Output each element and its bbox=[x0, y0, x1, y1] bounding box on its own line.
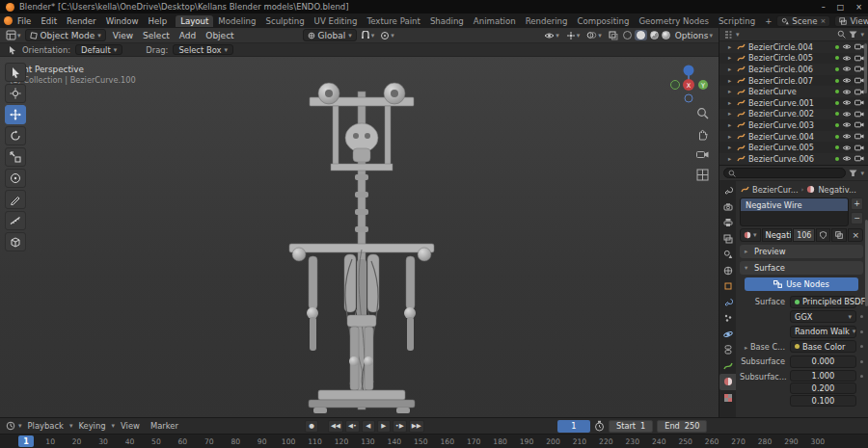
fake-user-shield-button[interactable] bbox=[816, 228, 830, 242]
distribution-dropdown[interactable]: GGX ▾ bbox=[790, 310, 856, 323]
add-workspace-button[interactable]: + bbox=[760, 15, 776, 27]
tool-cursor[interactable] bbox=[5, 84, 26, 103]
animate-dot[interactable] bbox=[860, 301, 863, 303]
tab-tool[interactable] bbox=[719, 183, 736, 199]
material-slot-active[interactable]: Negative Wire bbox=[741, 198, 848, 211]
timeline-editor-icon[interactable] bbox=[6, 421, 15, 431]
tab-output[interactable] bbox=[719, 215, 736, 231]
material-name-field[interactable]: Negati... bbox=[762, 228, 793, 242]
new-material-copy-button[interactable] bbox=[831, 228, 847, 242]
disclosure-icon[interactable]: ▸ bbox=[728, 144, 734, 151]
add-slot-button[interactable]: + bbox=[851, 198, 863, 210]
disclosure-icon[interactable]: ▸ bbox=[728, 54, 734, 62]
frame-tick-label[interactable]: 230 bbox=[619, 437, 645, 446]
disclosure-icon[interactable]: ▸ bbox=[728, 66, 734, 73]
current-frame-field[interactable]: 1 bbox=[557, 420, 590, 433]
viewport-menu-item[interactable]: Select bbox=[138, 31, 175, 40]
disclosure-icon[interactable]: ▸ bbox=[728, 155, 734, 163]
jump-to-end-button[interactable]: ▶▶ bbox=[409, 420, 424, 433]
disclosure-icon[interactable]: ▸ bbox=[728, 43, 734, 51]
close-button[interactable]: × bbox=[855, 3, 862, 12]
tab-world[interactable] bbox=[719, 263, 736, 279]
tool-measure[interactable] bbox=[5, 211, 26, 230]
hide-in-viewport-eye-icon[interactable] bbox=[842, 155, 852, 162]
shading-material-button[interactable] bbox=[650, 31, 659, 40]
shading-solid-button[interactable] bbox=[637, 31, 645, 40]
disable-in-render-camera-icon[interactable] bbox=[854, 66, 864, 72]
frame-tick-label[interactable]: 200 bbox=[540, 437, 566, 446]
tool-rotate[interactable] bbox=[5, 126, 26, 145]
workspace-tab-rendering[interactable]: Rendering bbox=[521, 15, 573, 27]
users-count-button[interactable]: 106 bbox=[793, 228, 815, 242]
ortho-grid-icon[interactable] bbox=[696, 169, 709, 181]
material-slot-list[interactable]: Negative Wire bbox=[740, 198, 849, 226]
disclosure-icon[interactable]: ▸ bbox=[728, 99, 734, 107]
outliner-item[interactable]: ▸ BezierCurve.006 bbox=[719, 153, 868, 165]
radius-x-slider[interactable]: 1.000 bbox=[790, 370, 856, 382]
next-keyframe-button[interactable]: •▶ bbox=[393, 420, 407, 433]
outliner-item[interactable]: ▸ BezierCurve.003 bbox=[719, 119, 868, 131]
outliner-item[interactable]: ▸ BezierCircle.007 bbox=[719, 75, 868, 87]
orientation-setting-dropdown[interactable]: Default ▾ bbox=[75, 44, 122, 55]
properties-search-input[interactable] bbox=[723, 168, 846, 178]
tab-material[interactable] bbox=[719, 374, 736, 390]
outliner-item[interactable]: ▸ BezierCurve.005 bbox=[719, 142, 868, 153]
frame-tick-label[interactable]: 40 bbox=[117, 437, 143, 446]
hide-in-viewport-eye-icon[interactable] bbox=[842, 99, 852, 106]
axis-z-neg-ball[interactable] bbox=[685, 94, 692, 102]
frame-tick-label[interactable]: 280 bbox=[751, 437, 777, 446]
frame-ruler[interactable]: 1 01020304050607080901001101201301401501… bbox=[0, 434, 868, 448]
menu-item[interactable]: Render bbox=[62, 16, 101, 26]
mode-dropdown[interactable]: Object Mode ▾ bbox=[25, 29, 106, 41]
camera-view-icon[interactable] bbox=[696, 149, 709, 160]
stopwatch-icon[interactable] bbox=[594, 420, 605, 432]
outliner-item[interactable]: ▸ BezierCurve.001 bbox=[719, 97, 868, 109]
outliner-item[interactable]: ▸ BezierCurve bbox=[719, 86, 868, 97]
hide-in-viewport-eye-icon[interactable] bbox=[842, 43, 852, 50]
tab-render[interactable] bbox=[719, 199, 736, 216]
tool-annotate[interactable] bbox=[5, 190, 26, 209]
frame-tick-label[interactable]: 250 bbox=[672, 437, 698, 446]
keying-menu[interactable]: Keying bbox=[73, 421, 110, 431]
hide-in-viewport-eye-icon[interactable] bbox=[842, 111, 852, 118]
animate-dot[interactable] bbox=[860, 345, 863, 348]
endoskeleton-model[interactable] bbox=[217, 57, 506, 417]
animate-dot[interactable] bbox=[860, 375, 863, 378]
xray-toggle[interactable] bbox=[607, 29, 620, 41]
tab-modifiers[interactable] bbox=[719, 295, 736, 311]
remove-slot-button[interactable]: − bbox=[851, 212, 863, 224]
subsurface-method-dropdown[interactable]: Random Walk ▾ bbox=[790, 326, 856, 338]
options-dropdown[interactable]: Options ▾ bbox=[673, 29, 715, 41]
frame-tick-label[interactable]: 90 bbox=[249, 437, 275, 446]
hide-in-viewport-eye-icon[interactable] bbox=[842, 89, 852, 95]
frame-tick-label[interactable]: 160 bbox=[434, 437, 460, 446]
pan-hand-icon[interactable] bbox=[696, 128, 709, 141]
editor-type-selector[interactable]: ▾ bbox=[4, 29, 23, 41]
viewport-canvas[interactable]: Right Perspective (1) Collection | Bezie… bbox=[0, 57, 719, 417]
animate-dot[interactable] bbox=[860, 330, 863, 333]
hide-in-viewport-eye-icon[interactable] bbox=[842, 133, 852, 140]
disclosure-icon[interactable]: ▸ bbox=[728, 88, 734, 95]
preview-section-header[interactable]: ▸ Preview bbox=[740, 245, 863, 258]
filter-funnel-icon[interactable] bbox=[849, 170, 857, 177]
view-menu[interactable]: View bbox=[116, 421, 145, 431]
menu-item[interactable]: File bbox=[13, 16, 36, 26]
tool-move[interactable] bbox=[5, 105, 26, 124]
frame-tick-label[interactable]: 240 bbox=[646, 437, 672, 446]
frame-tick-label[interactable]: 30 bbox=[90, 437, 116, 446]
hide-in-viewport-eye-icon[interactable] bbox=[842, 55, 852, 62]
axis-z-ball[interactable] bbox=[684, 66, 694, 76]
workspace-tab-animation[interactable]: Animation bbox=[469, 15, 521, 27]
axis-y-neg-ball[interactable] bbox=[671, 81, 680, 90]
auto-keying-record-button[interactable]: ● bbox=[305, 420, 318, 433]
frame-tick-label[interactable]: 210 bbox=[566, 437, 592, 446]
start-frame-field[interactable]: Start 1 bbox=[609, 420, 653, 433]
disable-in-render-camera-icon[interactable] bbox=[854, 43, 864, 50]
blender-menu-icon[interactable] bbox=[4, 16, 13, 25]
disclosure-icon[interactable]: ▸ bbox=[728, 77, 734, 85]
outliner-item[interactable]: ▸ BezierCircle.006 bbox=[719, 64, 868, 75]
search-icon[interactable] bbox=[837, 30, 846, 39]
minimize-button[interactable]: – bbox=[822, 3, 826, 12]
workspace-tab-geometry-nodes[interactable]: Geometry Nodes bbox=[634, 15, 714, 27]
filter-funnel-icon[interactable] bbox=[849, 31, 857, 39]
